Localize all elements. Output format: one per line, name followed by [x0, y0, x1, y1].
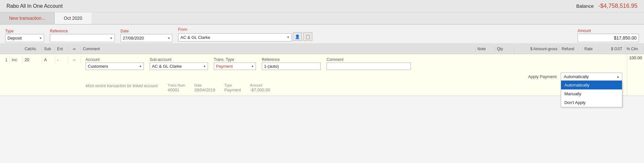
reference-select[interactable] — [50, 34, 115, 42]
date-field: Date 27/08/2020 — [121, 29, 172, 42]
tab-oct2020[interactable]: Oct 2020 — [55, 12, 91, 24]
transtype-label: Trans. Type — [214, 57, 256, 62]
from-icons: 👤 📋 — [293, 32, 312, 42]
sub-comment-input[interactable] — [327, 63, 411, 70]
type-field: Type Deposit — [5, 29, 44, 42]
recent-date-label: Date — [194, 83, 215, 87]
from-select-wrapper: AC & GL Clarke — [178, 33, 292, 41]
sub-reference-label: Reference — [262, 57, 321, 62]
td-catac: 20 — [23, 56, 42, 64]
subaccount-select[interactable]: AC & GL Clarke — [150, 63, 208, 70]
th-comment: Comment — [81, 46, 476, 52]
app-title: Rabo All In One Account — [6, 3, 63, 9]
dropdown-item-dont-apply[interactable]: Don't Apply — [561, 98, 622, 107]
recent-transnum-value: 40001 — [167, 87, 185, 92]
apply-payment-row: Apply Payment: Automatically ▲ Automatic… — [86, 73, 622, 81]
sub-comment-field: Comment — [327, 57, 411, 70]
subaccount-select-wrapper: AC & GL Clarke — [150, 63, 208, 70]
th-refund: Refund — [560, 46, 582, 52]
account-field: Account Customers — [86, 57, 144, 70]
recent-amount-label: Amount — [250, 83, 270, 87]
from-icon-person[interactable]: 👤 — [293, 32, 302, 41]
th-sub: Sub — [42, 46, 55, 52]
balance-label: Balance — [576, 3, 594, 9]
recent-amount-value: -$7,000.00 — [250, 87, 270, 92]
th-ent: Ent — [55, 46, 68, 52]
app-window: Rabo All In One Account Balance -$4,758,… — [0, 0, 644, 163]
th-amount-gross: $ Amount-gross — [514, 46, 560, 52]
type-label: Type — [5, 29, 44, 33]
recent-transnum-field: Trans Num 40001 — [167, 83, 185, 92]
balance-area: Balance -$4,758,516.95 — [576, 3, 638, 9]
table-header: Cat/Ac Sub Ent ∞ Comment Note Qty $ Amou… — [0, 44, 644, 54]
amount-input[interactable] — [578, 34, 639, 42]
from-field: From AC & GL Clarke 👤 📋 — [178, 27, 572, 42]
apply-payment-dropdown-wrapper: Automatically ▲ Automatically Manually D… — [561, 73, 622, 81]
recent-type-label: Type — [224, 83, 241, 87]
recent-amount-field: Amount -$7,000.00 — [250, 83, 270, 92]
th-inc — [10, 48, 23, 50]
th-row-num — [0, 48, 10, 50]
row-right-cells: 100.00 — [627, 54, 644, 96]
th-clm: % Clm — [625, 46, 644, 52]
td-sub: A — [42, 56, 55, 64]
recent-fields: Trans Num 40001 Date 29/04/2019 Type Pay… — [167, 83, 270, 92]
type-select-wrapper: Deposit — [5, 34, 44, 42]
transtype-select[interactable]: Payment — [214, 63, 256, 70]
th-gst: $ GST — [599, 46, 625, 52]
th-note: Note — [476, 46, 495, 52]
td-clm-value: 100.00 — [627, 54, 644, 62]
apply-payment-select-display[interactable]: Automatically ▲ — [561, 73, 622, 81]
form-row: Type Deposit Reference Date 27/08/2020 — [0, 25, 644, 44]
subaccount-label: Sub-account — [150, 57, 208, 62]
from-label: From — [178, 27, 572, 32]
amount-label: Amount — [578, 29, 639, 33]
sub-form: Account Customers Sub-account AC & GL Cl… — [81, 54, 627, 96]
reference-field: Reference — [50, 29, 115, 42]
sub-comment-label: Comment — [327, 57, 411, 62]
td-link: ∞ — [68, 56, 81, 64]
recent-type-value: Payment — [224, 87, 241, 92]
account-select[interactable]: Customers — [86, 63, 144, 70]
apply-payment-dropdown-menu: Automatically Manually Don't Apply — [561, 81, 622, 107]
title-bar: Rabo All In One Account Balance -$4,758,… — [0, 0, 644, 12]
date-select-wrapper: 27/08/2020 — [121, 34, 172, 42]
account-label: Account — [86, 57, 144, 62]
transtype-select-wrapper: Payment — [214, 63, 256, 70]
dropdown-item-manually[interactable]: Manually — [561, 89, 622, 98]
td-ent: - — [55, 56, 68, 64]
recent-transnum-label: Trans Num — [167, 83, 185, 87]
date-select[interactable]: 27/08/2020 — [121, 34, 172, 42]
recent-date-field: Date 29/04/2019 — [194, 83, 215, 92]
type-select[interactable]: Deposit — [5, 34, 44, 42]
from-select[interactable]: AC & GL Clarke — [178, 33, 292, 41]
th-qty: Qty — [495, 46, 514, 52]
balance-value: -$4,758,516.95 — [598, 3, 638, 9]
td-row-num: 1 — [0, 56, 10, 64]
th-link: ∞ — [68, 46, 81, 52]
recent-transaction-row: Most recent transaction for linked accou… — [86, 83, 622, 93]
td-inc: Inc — [10, 56, 23, 64]
reference-select-wrapper — [50, 34, 115, 42]
recent-date-value: 29/04/2019 — [194, 87, 215, 92]
th-catac: Cat/Ac — [23, 46, 42, 52]
subaccount-field: Sub-account AC & GL Clarke — [150, 57, 208, 70]
date-label: Date — [121, 29, 172, 33]
apply-payment-label: Apply Payment: — [528, 74, 558, 79]
th-rate: Rate — [582, 46, 599, 52]
sub-form-top: Account Customers Sub-account AC & GL Cl… — [86, 57, 622, 70]
dropdown-item-automatically[interactable]: Automatically — [561, 81, 622, 89]
amount-field: Amount — [578, 29, 639, 42]
transtype-field: Trans. Type Payment — [214, 57, 256, 70]
account-select-wrapper: Customers — [86, 63, 144, 70]
sub-reference-field: Reference — [262, 57, 321, 70]
tab-new-transaction[interactable]: New transaction... — [0, 12, 55, 24]
apply-payment-selected-value: Automatically — [564, 74, 589, 79]
sub-reference-input[interactable] — [262, 63, 321, 70]
recent-type-field: Type Payment — [224, 83, 241, 92]
tab-bar: New transaction... Oct 2020 — [0, 12, 644, 25]
table-row: 1 Inc 20 A - ∞ Account Customers — [0, 54, 644, 96]
from-icon-doc[interactable]: 📋 — [303, 32, 312, 41]
reference-label: Reference — [50, 29, 115, 33]
row-left-cells: 1 Inc 20 A - ∞ — [0, 54, 81, 96]
